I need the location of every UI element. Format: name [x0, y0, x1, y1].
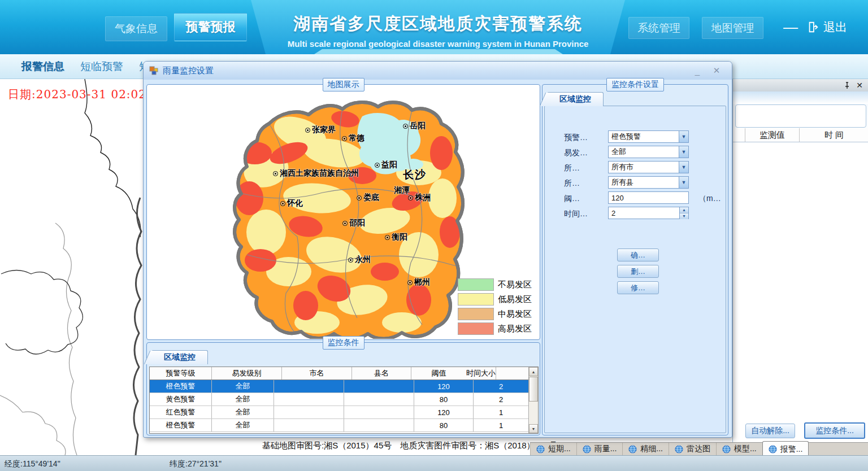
city-label: 邵阳 — [342, 218, 365, 228]
city-label: 益阳 — [375, 160, 397, 170]
pin-icon[interactable] — [844, 82, 850, 89]
tab-system-management[interactable]: 系统管理 — [628, 17, 689, 39]
spinner-up-icon[interactable]: ▲ — [680, 207, 688, 213]
tab-map-management[interactable]: 地图管理 — [702, 17, 763, 39]
alarm-list-area — [733, 142, 868, 418]
conditions-table: 预警等级易发级别市名县名阈值时间大小 橙色预警 全部 120 2 — [149, 367, 539, 434]
hunan-risk-map[interactable]: 张家界 常德 岳阳 — [147, 85, 539, 339]
field-control[interactable]: 全部 ▼ ▲▼ — [608, 146, 689, 158]
dialog-titlebar[interactable]: 雨量监控设置 _ ✕ — [144, 62, 732, 80]
exit-button[interactable]: 退出 — [807, 16, 847, 38]
column-header: 县名 — [352, 367, 411, 380]
scrollbar-thumb[interactable] — [529, 377, 538, 402]
taskbar-item[interactable]: 雨量... — [576, 443, 623, 455]
legend-label: 中易发区 — [498, 309, 532, 320]
city-marker-icon — [348, 258, 353, 263]
field-control[interactable]: 所有县 ▼ ▲▼ — [608, 176, 689, 189]
column-header: 预警等级 — [150, 367, 212, 380]
tab-area-monitor-table[interactable]: 区域监控 — [151, 350, 208, 364]
dropdown-arrow-icon[interactable]: ▼ — [679, 131, 688, 142]
globe-icon — [722, 445, 731, 453]
panel-close-icon[interactable]: ✕ — [856, 81, 863, 89]
taskbar-item[interactable]: 雷达图 — [669, 443, 716, 455]
dropdown-arrow-icon[interactable]: ▼ — [679, 162, 688, 173]
city-label: 怀化 — [280, 198, 303, 208]
taskbar-item-label: 精细... — [640, 444, 663, 454]
legend-swatch — [458, 278, 494, 291]
dropdown-arrow-icon[interactable]: ▼ — [679, 177, 688, 188]
taskbar-item-label: 雨量... — [594, 444, 617, 454]
field-value[interactable]: 2 — [609, 209, 679, 217]
dialog-close-button[interactable]: ✕ — [707, 65, 726, 76]
column-header: 易发级别 — [212, 367, 282, 380]
header-title-block: 湖南省多尺度区域地质灾害预警系统 Multi scale regional ge… — [243, 0, 633, 54]
scroll-down-icon[interactable]: ▼ — [529, 424, 538, 433]
taskbar-item-label: 报警... — [780, 444, 803, 455]
globe-icon — [675, 445, 683, 453]
table-row[interactable]: 橙色预警 全部 120 2 — [150, 380, 528, 393]
spinner-buttons[interactable]: ▲▼ — [679, 207, 688, 219]
app-header: 湖南省多尺度区域地质灾害预警系统 Multi scale regional ge… — [0, 0, 868, 54]
table-row[interactable]: 红色预警 全部 120 1 — [150, 406, 528, 419]
conditions-table-header: 预警等级易发级别市名县名阈值时间大小 — [150, 367, 528, 380]
scroll-up-icon[interactable]: ▲ — [529, 367, 538, 376]
column-header: 阈值 — [411, 367, 466, 380]
app-title: 湖南省多尺度区域地质灾害预警系统 — [243, 12, 633, 36]
legend-swatch — [458, 293, 494, 306]
app-minimize-button[interactable]: — — [782, 17, 799, 37]
dropdown-arrow-icon[interactable]: ▼ — [679, 146, 688, 158]
taskbar-item[interactable]: 精细... — [622, 443, 669, 455]
field-label: 所… — [564, 163, 580, 173]
field-value[interactable]: 橙色预警 — [609, 132, 679, 142]
field-value[interactable]: 120 — [609, 194, 688, 202]
city-marker-icon — [273, 171, 278, 176]
subnav-item[interactable]: 报警信息 — [21, 59, 64, 74]
city-label: 长沙 — [403, 168, 427, 182]
settings-action-button[interactable]: 修… — [617, 281, 659, 294]
city-label: 湘潭 — [394, 185, 410, 195]
city-marker-icon — [305, 128, 310, 133]
column-header: 时间大小 — [466, 367, 496, 380]
settings-action-button[interactable]: 确… — [617, 248, 659, 261]
taskbar-item[interactable]: 模型... — [716, 443, 762, 455]
field-label: 阈… — [564, 194, 580, 204]
field-control[interactable]: 橙色预警 ▼ ▲▼ — [608, 130, 689, 143]
settings-action-button[interactable]: 删… — [617, 265, 659, 278]
tab-warning-forecast[interactable]: 预警预报 — [174, 13, 247, 41]
field-value[interactable]: 全部 — [609, 147, 679, 157]
panel-band — [733, 91, 868, 104]
longitude-label: 经度:115°49'14" — [5, 459, 60, 469]
city-marker-icon — [375, 163, 380, 168]
globe-icon — [536, 445, 545, 453]
field-control[interactable]: 120 ▼ ▲▼ — [608, 191, 689, 204]
field-value[interactable]: 所有市 — [609, 162, 679, 172]
monitor-condition-button[interactable]: 监控条件... — [804, 422, 865, 439]
settings-field: 易发… 全部 ▼ ▲▼ — [545, 145, 726, 160]
field-suffix: （m… — [698, 194, 721, 204]
taskbar-item[interactable]: 短期... — [530, 443, 576, 455]
taskbar-item[interactable]: 报警... — [762, 441, 809, 455]
field-value[interactable]: 所有县 — [609, 177, 679, 187]
tab-weather-info[interactable]: 气象信息 — [105, 16, 167, 41]
table-row[interactable]: 橙色预警 全部 80 1 — [150, 419, 528, 432]
dialog-minimize-button[interactable]: _ — [688, 65, 707, 76]
legend-row: 不易发区 — [458, 278, 532, 291]
table-row[interactable]: 黄色预警 全部 80 2 — [150, 393, 528, 406]
city-label: 衡阳 — [385, 232, 407, 242]
field-control[interactable]: 所有市 ▼ ▲▼ — [608, 161, 689, 173]
statusbar: 经度:115°49'14" 纬度:27°21'31" — [0, 455, 868, 471]
auto-release-button[interactable]: 自动解除... — [745, 424, 795, 438]
table-scrollbar[interactable]: ▲ ▼ — [528, 367, 538, 433]
legend-label: 不易发区 — [498, 280, 532, 290]
tab-area-monitor-settings[interactable]: 区域监控 — [547, 92, 604, 106]
subnav-item[interactable]: 短临预警 — [80, 59, 123, 74]
taskbar: 短期... 雨量... 精细... — [530, 442, 868, 455]
field-control[interactable]: 2 ▼ ▲▼ — [608, 207, 689, 219]
map-display-group-label: 地图展示 — [323, 78, 364, 91]
spinner-down-icon[interactable]: ▼ — [680, 213, 688, 219]
dialog-body: 地图展示 — [144, 80, 732, 437]
alarm-table-header: 监测值 时 间 — [733, 128, 868, 142]
rainfall-monitor-settings-dialog: 雨量监控设置 _ ✕ 地图展示 — [143, 61, 732, 438]
legend-swatch — [458, 322, 494, 335]
globe-icon — [583, 445, 591, 453]
